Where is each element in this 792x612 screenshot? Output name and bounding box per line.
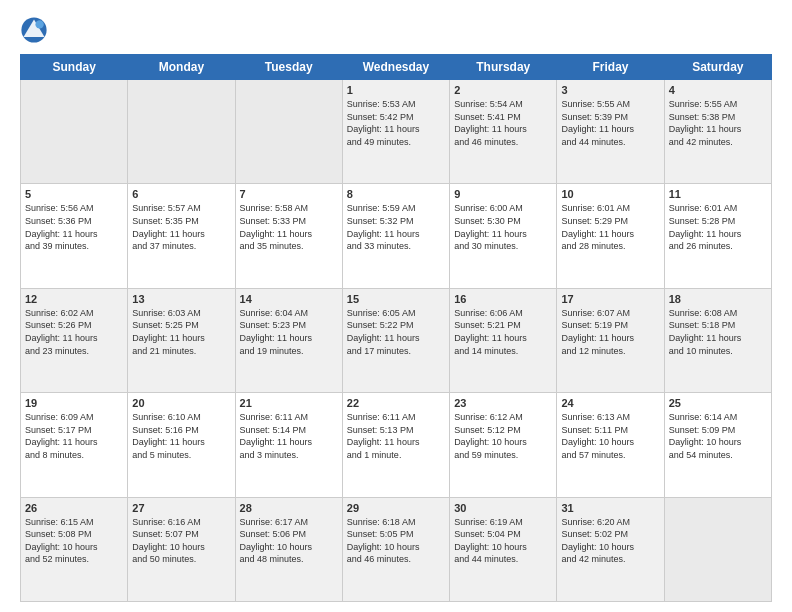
- logo-icon: [20, 16, 48, 44]
- day-number: 6: [132, 188, 230, 200]
- day-number: 10: [561, 188, 659, 200]
- cell-detail-text: Sunrise: 5:54 AM Sunset: 5:41 PM Dayligh…: [454, 98, 552, 148]
- calendar-cell: 16Sunrise: 6:06 AM Sunset: 5:21 PM Dayli…: [450, 288, 557, 392]
- cell-detail-text: Sunrise: 6:04 AM Sunset: 5:23 PM Dayligh…: [240, 307, 338, 357]
- day-number: 15: [347, 293, 445, 305]
- day-number: 24: [561, 397, 659, 409]
- weekday-header-thursday: Thursday: [450, 55, 557, 80]
- cell-detail-text: Sunrise: 6:12 AM Sunset: 5:12 PM Dayligh…: [454, 411, 552, 461]
- calendar-cell: 17Sunrise: 6:07 AM Sunset: 5:19 PM Dayli…: [557, 288, 664, 392]
- cell-detail-text: Sunrise: 5:56 AM Sunset: 5:36 PM Dayligh…: [25, 202, 123, 252]
- cell-detail-text: Sunrise: 6:19 AM Sunset: 5:04 PM Dayligh…: [454, 516, 552, 566]
- day-number: 11: [669, 188, 767, 200]
- day-number: 26: [25, 502, 123, 514]
- svg-point-2: [35, 20, 43, 28]
- calendar-cell: 13Sunrise: 6:03 AM Sunset: 5:25 PM Dayli…: [128, 288, 235, 392]
- calendar-cell: 9Sunrise: 6:00 AM Sunset: 5:30 PM Daylig…: [450, 184, 557, 288]
- calendar-cell: 6Sunrise: 5:57 AM Sunset: 5:35 PM Daylig…: [128, 184, 235, 288]
- day-number: 13: [132, 293, 230, 305]
- calendar-cell: 24Sunrise: 6:13 AM Sunset: 5:11 PM Dayli…: [557, 393, 664, 497]
- calendar-cell: 3Sunrise: 5:55 AM Sunset: 5:39 PM Daylig…: [557, 80, 664, 184]
- weekday-header-row: SundayMondayTuesdayWednesdayThursdayFrid…: [21, 55, 772, 80]
- calendar-cell: 5Sunrise: 5:56 AM Sunset: 5:36 PM Daylig…: [21, 184, 128, 288]
- calendar-cell: 20Sunrise: 6:10 AM Sunset: 5:16 PM Dayli…: [128, 393, 235, 497]
- calendar-cell: [664, 497, 771, 601]
- calendar-cell: [128, 80, 235, 184]
- cell-detail-text: Sunrise: 6:18 AM Sunset: 5:05 PM Dayligh…: [347, 516, 445, 566]
- calendar-cell: 29Sunrise: 6:18 AM Sunset: 5:05 PM Dayli…: [342, 497, 449, 601]
- calendar-week-row: 19Sunrise: 6:09 AM Sunset: 5:17 PM Dayli…: [21, 393, 772, 497]
- calendar-cell: 23Sunrise: 6:12 AM Sunset: 5:12 PM Dayli…: [450, 393, 557, 497]
- weekday-header-saturday: Saturday: [664, 55, 771, 80]
- day-number: 17: [561, 293, 659, 305]
- day-number: 3: [561, 84, 659, 96]
- cell-detail-text: Sunrise: 6:13 AM Sunset: 5:11 PM Dayligh…: [561, 411, 659, 461]
- day-number: 23: [454, 397, 552, 409]
- cell-detail-text: Sunrise: 6:00 AM Sunset: 5:30 PM Dayligh…: [454, 202, 552, 252]
- cell-detail-text: Sunrise: 6:16 AM Sunset: 5:07 PM Dayligh…: [132, 516, 230, 566]
- cell-detail-text: Sunrise: 6:09 AM Sunset: 5:17 PM Dayligh…: [25, 411, 123, 461]
- weekday-header-monday: Monday: [128, 55, 235, 80]
- calendar-cell: 28Sunrise: 6:17 AM Sunset: 5:06 PM Dayli…: [235, 497, 342, 601]
- day-number: 30: [454, 502, 552, 514]
- cell-detail-text: Sunrise: 6:02 AM Sunset: 5:26 PM Dayligh…: [25, 307, 123, 357]
- calendar-week-row: 26Sunrise: 6:15 AM Sunset: 5:08 PM Dayli…: [21, 497, 772, 601]
- day-number: 5: [25, 188, 123, 200]
- cell-detail-text: Sunrise: 6:08 AM Sunset: 5:18 PM Dayligh…: [669, 307, 767, 357]
- day-number: 9: [454, 188, 552, 200]
- cell-detail-text: Sunrise: 6:01 AM Sunset: 5:29 PM Dayligh…: [561, 202, 659, 252]
- cell-detail-text: Sunrise: 5:58 AM Sunset: 5:33 PM Dayligh…: [240, 202, 338, 252]
- calendar-week-row: 12Sunrise: 6:02 AM Sunset: 5:26 PM Dayli…: [21, 288, 772, 392]
- cell-detail-text: Sunrise: 6:11 AM Sunset: 5:14 PM Dayligh…: [240, 411, 338, 461]
- cell-detail-text: Sunrise: 5:55 AM Sunset: 5:39 PM Dayligh…: [561, 98, 659, 148]
- cell-detail-text: Sunrise: 6:03 AM Sunset: 5:25 PM Dayligh…: [132, 307, 230, 357]
- cell-detail-text: Sunrise: 6:20 AM Sunset: 5:02 PM Dayligh…: [561, 516, 659, 566]
- cell-detail-text: Sunrise: 6:07 AM Sunset: 5:19 PM Dayligh…: [561, 307, 659, 357]
- day-number: 18: [669, 293, 767, 305]
- calendar-week-row: 1Sunrise: 5:53 AM Sunset: 5:42 PM Daylig…: [21, 80, 772, 184]
- calendar-cell: 18Sunrise: 6:08 AM Sunset: 5:18 PM Dayli…: [664, 288, 771, 392]
- cell-detail-text: Sunrise: 5:57 AM Sunset: 5:35 PM Dayligh…: [132, 202, 230, 252]
- calendar-cell: 19Sunrise: 6:09 AM Sunset: 5:17 PM Dayli…: [21, 393, 128, 497]
- cell-detail-text: Sunrise: 6:14 AM Sunset: 5:09 PM Dayligh…: [669, 411, 767, 461]
- calendar-cell: 1Sunrise: 5:53 AM Sunset: 5:42 PM Daylig…: [342, 80, 449, 184]
- cell-detail-text: Sunrise: 5:55 AM Sunset: 5:38 PM Dayligh…: [669, 98, 767, 148]
- header: [20, 16, 772, 44]
- day-number: 21: [240, 397, 338, 409]
- day-number: 28: [240, 502, 338, 514]
- cell-detail-text: Sunrise: 6:17 AM Sunset: 5:06 PM Dayligh…: [240, 516, 338, 566]
- cell-detail-text: Sunrise: 6:15 AM Sunset: 5:08 PM Dayligh…: [25, 516, 123, 566]
- calendar-cell: [235, 80, 342, 184]
- cell-detail-text: Sunrise: 6:06 AM Sunset: 5:21 PM Dayligh…: [454, 307, 552, 357]
- day-number: 29: [347, 502, 445, 514]
- day-number: 31: [561, 502, 659, 514]
- calendar-cell: 11Sunrise: 6:01 AM Sunset: 5:28 PM Dayli…: [664, 184, 771, 288]
- calendar-cell: 26Sunrise: 6:15 AM Sunset: 5:08 PM Dayli…: [21, 497, 128, 601]
- calendar-cell: [21, 80, 128, 184]
- day-number: 1: [347, 84, 445, 96]
- cell-detail-text: Sunrise: 5:53 AM Sunset: 5:42 PM Dayligh…: [347, 98, 445, 148]
- calendar-cell: 2Sunrise: 5:54 AM Sunset: 5:41 PM Daylig…: [450, 80, 557, 184]
- day-number: 20: [132, 397, 230, 409]
- logo: [20, 16, 52, 44]
- day-number: 25: [669, 397, 767, 409]
- cell-detail-text: Sunrise: 5:59 AM Sunset: 5:32 PM Dayligh…: [347, 202, 445, 252]
- calendar-cell: 10Sunrise: 6:01 AM Sunset: 5:29 PM Dayli…: [557, 184, 664, 288]
- calendar-cell: 27Sunrise: 6:16 AM Sunset: 5:07 PM Dayli…: [128, 497, 235, 601]
- calendar-cell: 22Sunrise: 6:11 AM Sunset: 5:13 PM Dayli…: [342, 393, 449, 497]
- day-number: 16: [454, 293, 552, 305]
- page: SundayMondayTuesdayWednesdayThursdayFrid…: [0, 0, 792, 612]
- day-number: 19: [25, 397, 123, 409]
- day-number: 27: [132, 502, 230, 514]
- day-number: 4: [669, 84, 767, 96]
- cell-detail-text: Sunrise: 6:01 AM Sunset: 5:28 PM Dayligh…: [669, 202, 767, 252]
- calendar-cell: 31Sunrise: 6:20 AM Sunset: 5:02 PM Dayli…: [557, 497, 664, 601]
- day-number: 7: [240, 188, 338, 200]
- calendar-cell: 14Sunrise: 6:04 AM Sunset: 5:23 PM Dayli…: [235, 288, 342, 392]
- day-number: 12: [25, 293, 123, 305]
- calendar-cell: 30Sunrise: 6:19 AM Sunset: 5:04 PM Dayli…: [450, 497, 557, 601]
- day-number: 8: [347, 188, 445, 200]
- cell-detail-text: Sunrise: 6:05 AM Sunset: 5:22 PM Dayligh…: [347, 307, 445, 357]
- calendar-cell: 7Sunrise: 5:58 AM Sunset: 5:33 PM Daylig…: [235, 184, 342, 288]
- day-number: 22: [347, 397, 445, 409]
